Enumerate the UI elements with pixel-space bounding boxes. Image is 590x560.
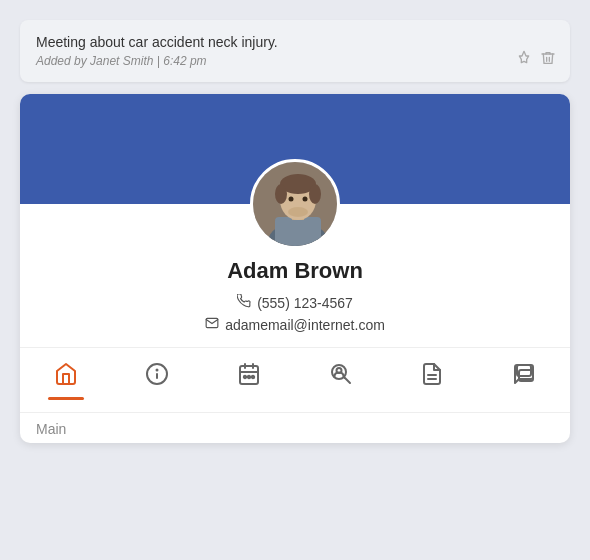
note-actions bbox=[516, 50, 556, 70]
svg-point-10 bbox=[288, 207, 308, 217]
pin-icon[interactable] bbox=[516, 50, 532, 70]
svg-point-7 bbox=[309, 184, 321, 204]
email-icon bbox=[205, 316, 219, 333]
note-author: Added by Janet Smith bbox=[36, 54, 153, 68]
profile-contact: (555) 123-4567 adamemail@internet.com bbox=[20, 294, 570, 333]
calendar-icon bbox=[237, 362, 261, 392]
nav-item-calendar[interactable] bbox=[225, 358, 273, 396]
nav-item-home[interactable] bbox=[42, 358, 90, 396]
svg-line-22 bbox=[344, 378, 350, 384]
svg-point-20 bbox=[252, 376, 254, 378]
avatar bbox=[250, 159, 340, 249]
svg-point-8 bbox=[289, 197, 294, 202]
nav-item-notes[interactable] bbox=[408, 358, 456, 396]
profile-header bbox=[20, 94, 570, 204]
info-icon bbox=[145, 362, 169, 392]
nav-item-info[interactable] bbox=[133, 358, 181, 396]
svg-point-6 bbox=[275, 184, 287, 204]
tab-label: Main bbox=[20, 412, 570, 443]
trash-icon[interactable] bbox=[540, 50, 556, 70]
svg-rect-2 bbox=[275, 217, 321, 249]
nav-item-chat[interactable] bbox=[500, 358, 548, 396]
note-meta: Added by Janet Smith | 6:42 pm bbox=[36, 54, 554, 68]
phone-number: (555) 123-4567 bbox=[257, 295, 353, 311]
svg-point-9 bbox=[303, 197, 308, 202]
svg-point-19 bbox=[248, 376, 250, 378]
svg-point-18 bbox=[244, 376, 246, 378]
note-time: 6:42 pm bbox=[163, 54, 206, 68]
phone-icon bbox=[237, 294, 251, 311]
nav-item-search[interactable] bbox=[317, 358, 365, 396]
phone-row: (555) 123-4567 bbox=[237, 294, 353, 311]
chat-icon bbox=[512, 362, 536, 392]
note-card: Meeting about car accident neck injury. … bbox=[20, 20, 570, 82]
profile-nav bbox=[20, 347, 570, 400]
document-icon bbox=[420, 362, 444, 392]
profile-name: Adam Brown bbox=[20, 258, 570, 284]
home-icon bbox=[54, 362, 78, 392]
search-person-icon bbox=[329, 362, 353, 392]
note-text: Meeting about car accident neck injury. bbox=[36, 34, 554, 50]
email-row: adamemail@internet.com bbox=[205, 316, 385, 333]
email-address: adamemail@internet.com bbox=[225, 317, 385, 333]
profile-card: Adam Brown (555) 123-4567 adamemail@int bbox=[20, 94, 570, 443]
